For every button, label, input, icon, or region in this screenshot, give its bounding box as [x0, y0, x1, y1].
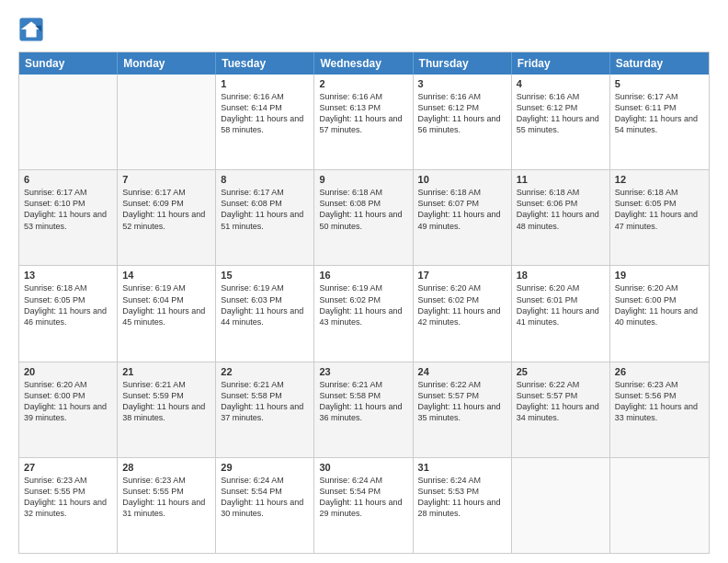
cell-details: Sunrise: 6:20 AM Sunset: 6:00 PM Dayligh… [24, 379, 112, 424]
cell-details: Sunrise: 6:17 AM Sunset: 6:11 PM Dayligh… [615, 91, 704, 136]
day-number: 21 [122, 366, 210, 377]
day-number: 3 [418, 78, 506, 89]
calendar-cell: 29Sunrise: 6:24 AM Sunset: 5:54 PM Dayli… [216, 458, 314, 553]
calendar-cell: 23Sunrise: 6:21 AM Sunset: 5:58 PM Dayli… [314, 362, 413, 457]
header-day: Sunday [19, 52, 118, 75]
day-number: 24 [418, 366, 506, 377]
header-day: Monday [118, 52, 216, 75]
day-number: 20 [24, 366, 112, 377]
day-number: 23 [319, 366, 407, 377]
cell-details: Sunrise: 6:17 AM Sunset: 6:09 PM Dayligh… [122, 187, 210, 232]
day-number: 17 [418, 270, 506, 281]
calendar-cell: 12Sunrise: 6:18 AM Sunset: 6:05 PM Dayli… [610, 170, 709, 265]
day-number: 13 [24, 270, 112, 281]
cell-details: Sunrise: 6:23 AM Sunset: 5:55 PM Dayligh… [24, 475, 112, 520]
day-number: 1 [221, 78, 309, 89]
cell-details: Sunrise: 6:20 AM Sunset: 6:02 PM Dayligh… [418, 282, 506, 327]
header-day: Tuesday [216, 52, 314, 75]
header-day: Saturday [610, 52, 709, 75]
calendar-cell: 31Sunrise: 6:24 AM Sunset: 5:53 PM Dayli… [414, 458, 512, 553]
cell-details: Sunrise: 6:16 AM Sunset: 6:12 PM Dayligh… [418, 91, 506, 136]
cell-details: Sunrise: 6:16 AM Sunset: 6:14 PM Dayligh… [221, 91, 309, 136]
calendar-cell: 7Sunrise: 6:17 AM Sunset: 6:09 PM Daylig… [118, 170, 216, 265]
header-day: Wednesday [314, 52, 413, 75]
calendar-cell: 13Sunrise: 6:18 AM Sunset: 6:05 PM Dayli… [19, 266, 118, 361]
cell-details: Sunrise: 6:18 AM Sunset: 6:06 PM Dayligh… [517, 187, 605, 232]
day-number: 19 [615, 270, 704, 281]
calendar-row: 13Sunrise: 6:18 AM Sunset: 6:05 PM Dayli… [19, 265, 709, 361]
calendar-cell [512, 458, 610, 553]
cell-details: Sunrise: 6:21 AM Sunset: 5:58 PM Dayligh… [319, 379, 407, 424]
cell-details: Sunrise: 6:21 AM Sunset: 5:59 PM Dayligh… [122, 379, 210, 424]
day-number: 15 [221, 270, 309, 281]
calendar-cell: 21Sunrise: 6:21 AM Sunset: 5:59 PM Dayli… [118, 362, 216, 457]
calendar-page: SundayMondayTuesdayWednesdayThursdayFrid… [0, 0, 728, 563]
cell-details: Sunrise: 6:18 AM Sunset: 6:05 PM Dayligh… [615, 187, 704, 232]
cell-details: Sunrise: 6:21 AM Sunset: 5:58 PM Dayligh… [221, 379, 309, 424]
day-number: 5 [615, 78, 704, 89]
calendar-row: 27Sunrise: 6:23 AM Sunset: 5:55 PM Dayli… [19, 457, 709, 553]
calendar-row: 1Sunrise: 6:16 AM Sunset: 6:14 PM Daylig… [19, 75, 709, 169]
day-number: 28 [122, 462, 210, 473]
cell-details: Sunrise: 6:16 AM Sunset: 6:12 PM Dayligh… [517, 91, 605, 136]
calendar-cell: 28Sunrise: 6:23 AM Sunset: 5:55 PM Dayli… [118, 458, 216, 553]
calendar-cell [118, 75, 216, 169]
cell-details: Sunrise: 6:20 AM Sunset: 6:01 PM Dayligh… [517, 282, 605, 327]
day-number: 10 [418, 174, 506, 185]
calendar-cell: 6Sunrise: 6:17 AM Sunset: 6:10 PM Daylig… [19, 170, 118, 265]
day-number: 2 [319, 78, 407, 89]
logo-icon [18, 17, 44, 42]
calendar: SundayMondayTuesdayWednesdayThursdayFrid… [18, 52, 710, 554]
header-day: Friday [512, 52, 610, 75]
calendar-cell: 3Sunrise: 6:16 AM Sunset: 6:12 PM Daylig… [414, 75, 512, 169]
calendar-cell: 25Sunrise: 6:22 AM Sunset: 5:57 PM Dayli… [512, 362, 610, 457]
calendar-cell: 14Sunrise: 6:19 AM Sunset: 6:04 PM Dayli… [118, 266, 216, 361]
cell-details: Sunrise: 6:19 AM Sunset: 6:03 PM Dayligh… [221, 282, 309, 327]
cell-details: Sunrise: 6:19 AM Sunset: 6:04 PM Dayligh… [122, 282, 210, 327]
calendar-header: SundayMondayTuesdayWednesdayThursdayFrid… [19, 52, 709, 75]
calendar-cell [610, 458, 709, 553]
day-number: 26 [615, 366, 704, 377]
calendar-cell: 11Sunrise: 6:18 AM Sunset: 6:06 PM Dayli… [512, 170, 610, 265]
calendar-cell: 30Sunrise: 6:24 AM Sunset: 5:54 PM Dayli… [314, 458, 413, 553]
calendar-body: 1Sunrise: 6:16 AM Sunset: 6:14 PM Daylig… [19, 75, 709, 553]
cell-details: Sunrise: 6:18 AM Sunset: 6:07 PM Dayligh… [418, 187, 506, 232]
calendar-cell: 1Sunrise: 6:16 AM Sunset: 6:14 PM Daylig… [216, 75, 314, 169]
cell-details: Sunrise: 6:16 AM Sunset: 6:13 PM Dayligh… [319, 91, 407, 136]
day-number: 18 [517, 270, 605, 281]
cell-details: Sunrise: 6:17 AM Sunset: 6:08 PM Dayligh… [221, 187, 309, 232]
calendar-cell: 26Sunrise: 6:23 AM Sunset: 5:56 PM Dayli… [610, 362, 709, 457]
calendar-cell: 22Sunrise: 6:21 AM Sunset: 5:58 PM Dayli… [216, 362, 314, 457]
cell-details: Sunrise: 6:24 AM Sunset: 5:54 PM Dayligh… [221, 475, 309, 520]
logo [18, 17, 48, 42]
cell-details: Sunrise: 6:24 AM Sunset: 5:54 PM Dayligh… [319, 475, 407, 520]
cell-details: Sunrise: 6:22 AM Sunset: 5:57 PM Dayligh… [418, 379, 506, 424]
cell-details: Sunrise: 6:19 AM Sunset: 6:02 PM Dayligh… [319, 282, 407, 327]
calendar-cell: 19Sunrise: 6:20 AM Sunset: 6:00 PM Dayli… [610, 266, 709, 361]
calendar-cell: 16Sunrise: 6:19 AM Sunset: 6:02 PM Dayli… [314, 266, 413, 361]
day-number: 7 [122, 174, 210, 185]
calendar-row: 6Sunrise: 6:17 AM Sunset: 6:10 PM Daylig… [19, 169, 709, 265]
cell-details: Sunrise: 6:23 AM Sunset: 5:56 PM Dayligh… [615, 379, 704, 424]
calendar-cell: 8Sunrise: 6:17 AM Sunset: 6:08 PM Daylig… [216, 170, 314, 265]
header-day: Thursday [414, 52, 512, 75]
day-number: 29 [221, 462, 309, 473]
cell-details: Sunrise: 6:17 AM Sunset: 6:10 PM Dayligh… [24, 187, 112, 232]
cell-details: Sunrise: 6:18 AM Sunset: 6:05 PM Dayligh… [24, 282, 112, 327]
cell-details: Sunrise: 6:18 AM Sunset: 6:08 PM Dayligh… [319, 187, 407, 232]
day-number: 11 [517, 174, 605, 185]
calendar-cell [19, 75, 118, 169]
day-number: 9 [319, 174, 407, 185]
calendar-cell: 2Sunrise: 6:16 AM Sunset: 6:13 PM Daylig… [314, 75, 413, 169]
day-number: 30 [319, 462, 407, 473]
day-number: 8 [221, 174, 309, 185]
cell-details: Sunrise: 6:23 AM Sunset: 5:55 PM Dayligh… [122, 475, 210, 520]
calendar-cell: 5Sunrise: 6:17 AM Sunset: 6:11 PM Daylig… [610, 75, 709, 169]
day-number: 31 [418, 462, 506, 473]
calendar-cell: 18Sunrise: 6:20 AM Sunset: 6:01 PM Dayli… [512, 266, 610, 361]
calendar-cell: 9Sunrise: 6:18 AM Sunset: 6:08 PM Daylig… [314, 170, 413, 265]
calendar-cell: 27Sunrise: 6:23 AM Sunset: 5:55 PM Dayli… [19, 458, 118, 553]
cell-details: Sunrise: 6:24 AM Sunset: 5:53 PM Dayligh… [418, 475, 506, 520]
calendar-row: 20Sunrise: 6:20 AM Sunset: 6:00 PM Dayli… [19, 362, 709, 457]
calendar-cell: 4Sunrise: 6:16 AM Sunset: 6:12 PM Daylig… [512, 75, 610, 169]
